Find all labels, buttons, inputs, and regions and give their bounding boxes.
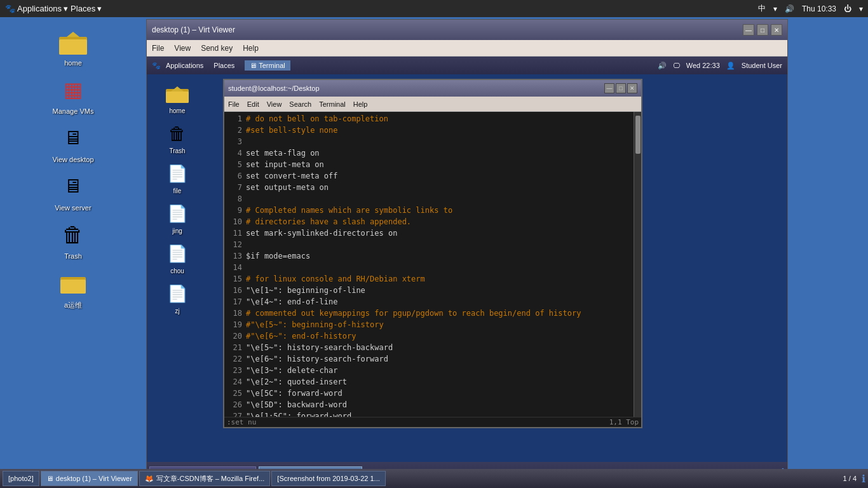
terminal-line: 18# commented out keymappings for pgup/p… bbox=[227, 308, 631, 319]
vm-icon-home[interactable]: home bbox=[152, 79, 203, 116]
vm-terminal-tab[interactable]: 🖥 Terminal bbox=[245, 60, 290, 71]
line-text: #"\e[6~": end-of-history bbox=[246, 330, 356, 342]
line-text: "\e[2~": quoted-insert bbox=[246, 376, 347, 388]
virt-viewer-title: desktop (1) – Virt Viewer bbox=[152, 25, 235, 34]
vm-icon-jing[interactable]: 📄 jing bbox=[152, 199, 203, 236]
terminal-menu-terminal[interactable]: Terminal bbox=[319, 100, 346, 108]
host-taskbar-indicator: 1 / 4 bbox=[843, 475, 857, 482]
host-taskbar-page-icon: ℹ bbox=[862, 473, 865, 485]
virt-viewer-controls: — □ ✕ bbox=[743, 24, 782, 36]
vm-apps-icon: 🐾 bbox=[152, 62, 161, 70]
virt-viewer-close[interactable]: ✕ bbox=[771, 24, 782, 36]
vm-icon-zj-label: zj bbox=[175, 308, 179, 315]
vm-time: Wed 22:33 bbox=[686, 62, 720, 69]
terminal-menu-file[interactable]: File bbox=[228, 100, 240, 108]
desktop-icon-view-server[interactable]: 🖥 View server bbox=[38, 168, 108, 214]
terminal-menu-help[interactable]: Help bbox=[353, 100, 368, 108]
line-number: 8 bbox=[227, 193, 242, 205]
host-task-virt-viewer-label: desktop (1) – Virt Viewer bbox=[56, 475, 132, 482]
places-menu[interactable]: Places ▾ bbox=[71, 4, 102, 13]
vm-icon-zj[interactable]: 📄 zj bbox=[152, 279, 203, 316]
line-number: 18 bbox=[227, 308, 242, 319]
apps-chevron: ▾ bbox=[64, 4, 68, 13]
scrollbar-thumb bbox=[635, 116, 641, 154]
terminal-line: 12 bbox=[227, 239, 631, 250]
terminal-line: 3 bbox=[227, 136, 631, 147]
line-text: # for linux console and RH/Debian xterm bbox=[246, 273, 425, 285]
virt-viewer-minimize[interactable]: — bbox=[743, 24, 754, 36]
terminal-maximize[interactable]: □ bbox=[616, 83, 626, 93]
terminal-window: student@localhost:~/Desktop — □ ✕ File E… bbox=[223, 79, 642, 428]
terminal-line: 6set convert-meta off bbox=[227, 170, 631, 182]
vm-home-icon bbox=[165, 81, 190, 106]
line-text: set output-meta on bbox=[246, 182, 329, 193]
vm-terminal-icon: 🖥 bbox=[250, 62, 257, 69]
line-number: 10 bbox=[227, 216, 242, 227]
top-bar-right: 中 ▾ 🔊 Thu 10:33 ⏻ ▾ bbox=[758, 3, 863, 14]
vm-icon-trash[interactable]: 🗑 Trash bbox=[152, 119, 203, 156]
terminal-content[interactable]: 1# do not bell on tab-completion2#set be… bbox=[224, 112, 634, 417]
desktop-icon-manage-vms[interactable]: ▦ Manage VMs bbox=[38, 72, 108, 118]
view-server-icon: 🖥 bbox=[58, 171, 88, 201]
terminal-line: 17"\e[4~": end-of-line bbox=[227, 296, 631, 308]
line-number: 3 bbox=[227, 136, 242, 147]
line-number: 23 bbox=[227, 365, 242, 376]
vm-file-icon: 📄 bbox=[165, 161, 190, 186]
vm-icon-chou[interactable]: 📄 chou bbox=[152, 239, 203, 276]
host-task-photo2[interactable]: [photo2] bbox=[3, 471, 39, 486]
line-number: 1 bbox=[227, 113, 242, 125]
desktop-icon-trash[interactable]: 🗑 Trash bbox=[38, 217, 108, 262]
view-desktop-icon: 🖥 bbox=[58, 123, 88, 153]
vm-applications-label[interactable]: Applications bbox=[166, 62, 203, 69]
terminal-menu-edit[interactable]: Edit bbox=[247, 100, 259, 108]
terminal-menu-view[interactable]: View bbox=[267, 100, 282, 108]
vm-icon-trash-label: Trash bbox=[169, 147, 185, 154]
vm-places-label[interactable]: Places bbox=[214, 62, 234, 69]
power-chevron: ▾ bbox=[859, 4, 863, 13]
line-text: # directories have a slash appended. bbox=[246, 216, 411, 227]
virt-viewer-menu-file[interactable]: File bbox=[152, 44, 164, 53]
host-taskbar: [photo2] 🖥 desktop (1) – Virt Viewer 🦊 写… bbox=[0, 469, 868, 488]
svg-rect-3 bbox=[60, 280, 86, 294]
vm-icon-jing-label: jing bbox=[172, 227, 182, 234]
vm-sound-icon: 🔊 bbox=[658, 62, 667, 70]
virt-viewer-maximize[interactable]: □ bbox=[757, 24, 768, 36]
virt-viewer-window: desktop (1) – Virt Viewer — □ ✕ File Vie… bbox=[146, 19, 788, 483]
line-text: # do not bell on tab-completion bbox=[246, 113, 388, 125]
terminal-line: 5set input-meta on bbox=[227, 159, 631, 170]
virt-viewer-menu-view[interactable]: View bbox=[174, 44, 191, 53]
line-number: 11 bbox=[227, 227, 242, 239]
line-number: 13 bbox=[227, 250, 242, 262]
terminal-minimize[interactable]: — bbox=[604, 83, 614, 93]
line-number: 5 bbox=[227, 159, 242, 170]
desktop-icon-view-desktop[interactable]: 🖥 View desktop bbox=[38, 120, 108, 166]
virt-viewer-menu-sendkey[interactable]: Send key bbox=[201, 44, 233, 53]
terminal-statusbar: :set nu 1,1 Top bbox=[224, 417, 641, 427]
applications-menu[interactable]: 🐾 Applications ▾ bbox=[5, 4, 68, 13]
host-task-screenshot[interactable]: [Screenshot from 2019-03-22 1... bbox=[271, 471, 385, 486]
host-task-firefox[interactable]: 🦊 写文章-CSDN博客 – Mozilla Firef... bbox=[139, 471, 271, 486]
line-text: "\e[5~": history-search-backward bbox=[246, 342, 393, 353]
terminal-status-right: 1,1 Top bbox=[609, 418, 639, 426]
terminal-titlebar: student@localhost:~/Desktop — □ ✕ bbox=[224, 80, 641, 97]
terminal-scrollbar[interactable] bbox=[634, 112, 641, 417]
desktop-icon-home[interactable]: home bbox=[38, 24, 108, 69]
virt-viewer-menu-help[interactable]: Help bbox=[243, 44, 259, 53]
top-system-bar: 🐾 Applications ▾ Places ▾ 中 ▾ 🔊 Thu 10:3… bbox=[0, 0, 868, 17]
desktop-icon-manage-vms-label: Manage VMs bbox=[53, 107, 94, 115]
vm-icon-file[interactable]: 📄 file bbox=[152, 159, 203, 196]
terminal-line: 10# directories have a slash appended. bbox=[227, 216, 631, 227]
terminal-close[interactable]: ✕ bbox=[627, 83, 637, 93]
host-task-virt-viewer[interactable]: 🖥 desktop (1) – Virt Viewer bbox=[41, 471, 138, 486]
apps-icon: 🐾 bbox=[5, 4, 15, 13]
desktop-icon-a-yunwei[interactable]: a运维 bbox=[38, 265, 108, 313]
line-text: "\e[5D": backward-word bbox=[246, 399, 347, 410]
line-text: "\e[1~": beginning-of-line bbox=[246, 285, 365, 296]
terminal-line: 4set meta-flag on bbox=[227, 147, 631, 159]
trash-icon: 🗑 bbox=[58, 219, 88, 250]
terminal-menu-search[interactable]: Search bbox=[289, 100, 311, 108]
vm-icon-home-label: home bbox=[169, 107, 185, 114]
host-task-virt-viewer-icon: 🖥 bbox=[46, 475, 53, 482]
line-number: 2 bbox=[227, 125, 242, 136]
vm-screen-icon: 🖵 bbox=[673, 62, 680, 69]
